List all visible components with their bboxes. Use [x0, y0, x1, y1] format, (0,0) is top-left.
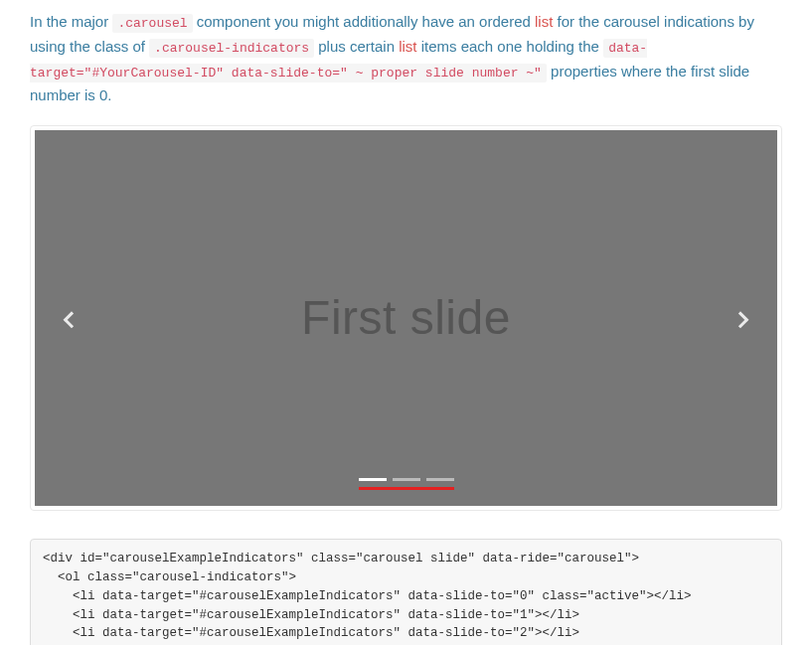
chevron-left-icon [64, 312, 81, 329]
carousel-example: First slide [30, 125, 782, 511]
code-block: <div id="carouselExampleIndicators" clas… [30, 539, 782, 645]
inline-code-carousel: .carousel [112, 14, 192, 33]
carousel-indicator-1[interactable] [393, 478, 420, 481]
intro-seg5: items each one holding the [417, 38, 604, 55]
carousel-indicator-0[interactable] [359, 478, 387, 481]
carousel-slide-text: First slide [301, 280, 511, 357]
inline-code-carousel-indicators: .carousel-indicators [149, 39, 314, 58]
carousel: First slide [35, 130, 777, 506]
intro-seg1: In the major [30, 13, 112, 30]
carousel-indicators [359, 478, 454, 490]
intro-seg2: component you might additionally have an… [193, 13, 535, 30]
intro-seg4: plus certain [314, 38, 399, 55]
carousel-next-button[interactable] [716, 299, 765, 337]
carousel-prev-button[interactable] [47, 299, 96, 337]
keyword-list-1: list [535, 13, 553, 30]
chevron-right-icon [732, 312, 749, 329]
keyword-list-2: list [399, 38, 416, 55]
carousel-indicator-2[interactable] [426, 478, 454, 481]
intro-paragraph: In the major .carousel component you mig… [30, 10, 782, 107]
